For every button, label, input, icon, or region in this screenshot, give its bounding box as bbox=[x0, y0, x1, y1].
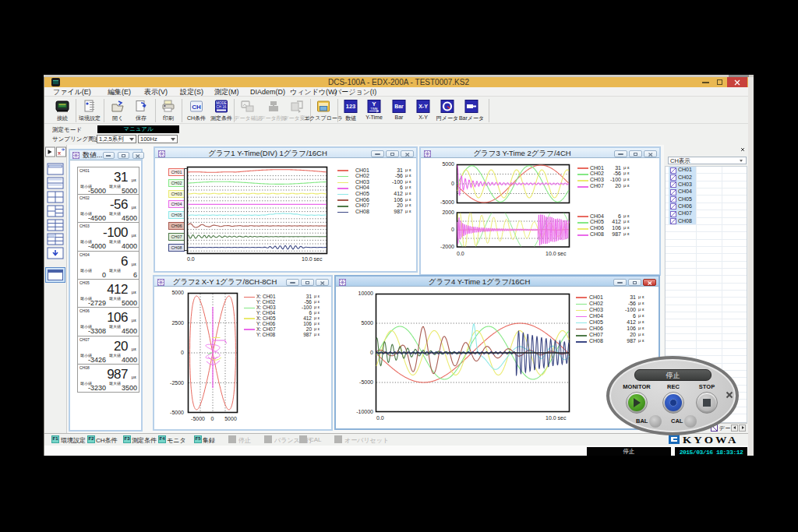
svg-text:CH 16: CH 16 bbox=[217, 105, 227, 109]
svg-text:X-Y: X-Y bbox=[418, 104, 428, 109]
svg-text:123: 123 bbox=[346, 103, 356, 110]
svg-text:Bar: Bar bbox=[394, 104, 404, 109]
svg-text:CH: CH bbox=[192, 104, 201, 111]
